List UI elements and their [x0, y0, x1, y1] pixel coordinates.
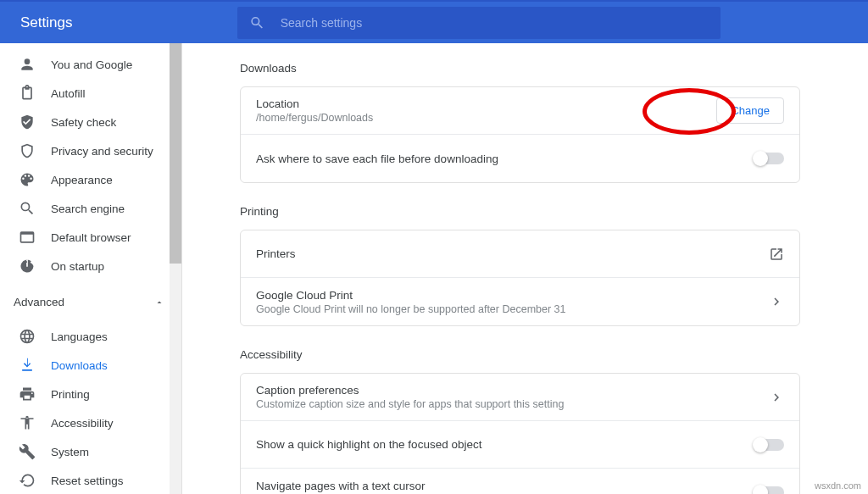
sidebar-item-system[interactable]: System — [0, 437, 181, 466]
ask-where-label: Ask where to save each file before downl… — [256, 153, 754, 165]
wrench-icon — [19, 443, 36, 460]
sidebar-item-label: Languages — [51, 330, 108, 343]
sidebar-item-label: Autofill — [51, 87, 86, 100]
row-ask-where: Ask where to save each file before downl… — [241, 135, 799, 182]
sidebar-item-label: Accessibility — [51, 417, 114, 430]
caret-toggle[interactable] — [754, 486, 784, 494]
browser-icon — [19, 229, 36, 246]
printing-card: Printers Google Cloud Print Google Cloud… — [240, 230, 800, 326]
sidebar-item-label: Privacy and security — [51, 145, 153, 158]
gcp-sub: Google Cloud Print will no longer be sup… — [256, 303, 769, 315]
sidebar-item-label: System — [51, 446, 89, 458]
main-content: Downloads Location /home/fergus/Download… — [182, 43, 868, 494]
sidebar-advanced-toggle[interactable]: Advanced — [0, 286, 181, 315]
sidebar-item-label: You and Google — [51, 58, 132, 71]
chevron-right-icon — [769, 390, 784, 405]
sidebar-item-appearance[interactable]: Appearance — [0, 165, 181, 194]
sidebar-item-label: On startup — [51, 260, 104, 273]
topbar: Settings — [0, 0, 868, 43]
sidebar-item-on-startup[interactable]: On startup — [0, 252, 181, 280]
ask-where-toggle[interactable] — [754, 153, 784, 164]
sidebar-item-printing[interactable]: Printing — [0, 380, 181, 408]
row-captions[interactable]: Caption preferences Customize caption si… — [241, 374, 799, 421]
printers-label: Printers — [256, 247, 769, 260]
captions-label: Caption preferences — [256, 384, 769, 397]
power-icon — [19, 258, 36, 275]
location-path: /home/fergus/Downloads — [256, 112, 716, 124]
chevron-right-icon — [769, 294, 784, 309]
gcp-label: Google Cloud Print — [256, 289, 769, 302]
sidebar-item-search-engine[interactable]: Search engine — [0, 194, 181, 223]
change-button[interactable]: Change — [716, 97, 784, 124]
search-input[interactable] — [281, 16, 709, 30]
restore-icon — [19, 472, 36, 489]
accessibility-icon — [19, 414, 36, 431]
advanced-label: Advanced — [14, 296, 64, 308]
section-heading-accessibility: Accessibility — [240, 348, 800, 361]
sidebar-item-label: Safety check — [51, 116, 116, 129]
sidebar-item-autofill[interactable]: Autofill — [0, 79, 181, 108]
person-icon — [19, 56, 36, 73]
external-link-icon — [769, 247, 784, 262]
downloads-card: Location /home/fergus/Downloads Change A… — [240, 86, 800, 183]
sidebar-item-label: Search engine — [51, 203, 125, 215]
sidebar-item-reset[interactable]: Reset settings — [0, 466, 181, 494]
highlight-label: Show a quick highlight on the focused ob… — [256, 438, 754, 451]
row-highlight: Show a quick highlight on the focused ob… — [241, 421, 799, 469]
palette-icon — [19, 171, 36, 188]
highlight-toggle[interactable] — [754, 439, 784, 451]
location-label: Location — [256, 97, 716, 110]
sidebar-item-downloads[interactable]: Downloads — [0, 351, 181, 380]
sidebar-item-label: Reset settings — [51, 475, 124, 487]
globe-icon — [19, 328, 36, 345]
sidebar-item-you-and-google[interactable]: You and Google — [0, 50, 181, 79]
sidebar-item-privacy[interactable]: Privacy and security — [0, 136, 181, 165]
row-printers[interactable]: Printers — [241, 230, 799, 278]
printer-icon — [19, 386, 36, 402]
search-box[interactable] — [237, 7, 721, 39]
sidebar-item-label: Printing — [51, 388, 90, 401]
sidebar: You and Google Autofill Safety check Pri… — [0, 43, 182, 494]
sidebar-item-label: Appearance — [51, 174, 113, 186]
sidebar-scrollbar[interactable] — [170, 43, 181, 494]
watermark: wsxdn.com — [815, 480, 861, 491]
sidebar-item-label: Default browser — [51, 231, 131, 244]
row-gcp[interactable]: Google Cloud Print Google Cloud Print wi… — [241, 278, 799, 325]
section-heading-downloads: Downloads — [240, 62, 800, 75]
sidebar-item-label: Downloads — [51, 359, 108, 372]
section-heading-printing: Printing — [240, 205, 800, 218]
page-title: Settings — [0, 14, 237, 31]
search-icon — [249, 14, 265, 31]
sidebar-item-accessibility[interactable]: Accessibility — [0, 408, 181, 437]
sidebar-item-safety-check[interactable]: Safety check — [0, 108, 181, 136]
row-location: Location /home/fergus/Downloads Change — [241, 87, 799, 135]
sidebar-item-languages[interactable]: Languages — [0, 322, 181, 351]
row-caret: Navigate pages with a text cursor To tur… — [241, 469, 799, 494]
clipboard-icon — [19, 85, 36, 102]
shield-icon — [19, 142, 36, 159]
captions-sub: Customize caption size and style for app… — [256, 398, 769, 410]
accessibility-card: Caption preferences Customize caption si… — [240, 373, 800, 494]
caret-label: Navigate pages with a text cursor — [256, 480, 754, 492]
search-icon — [19, 200, 36, 217]
shield-check-icon — [19, 114, 36, 130]
chevron-up-icon — [154, 297, 164, 308]
sidebar-item-default-browser[interactable]: Default browser — [0, 223, 181, 252]
download-icon — [19, 357, 36, 374]
